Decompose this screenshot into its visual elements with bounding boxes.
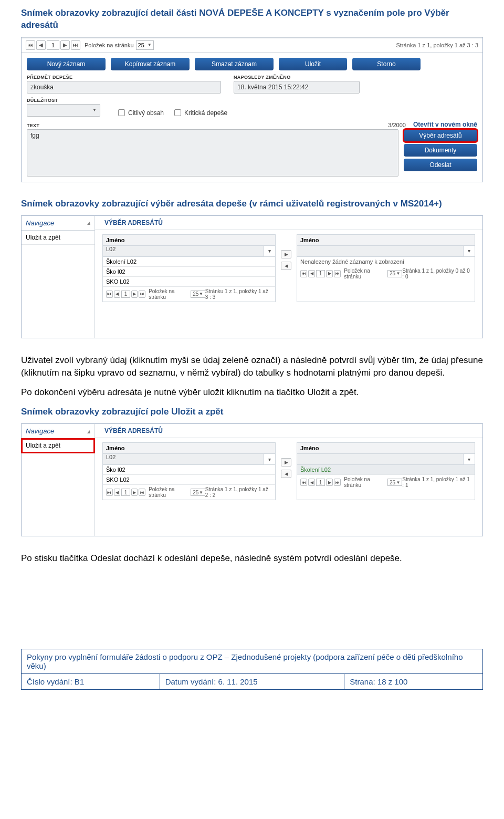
items-per-page-value: 25 [390,271,395,276]
items-per-page-select[interactable]: 25▼ [387,270,402,277]
text-textarea[interactable]: fgg [27,129,398,177]
chevron-up-icon: ▴ [87,428,90,435]
page-first-icon[interactable]: ⏮ [106,489,113,496]
caption-figure-2: Snímek obrazovky zobrazující výběr adres… [21,198,483,210]
list-item[interactable]: Ško l02 [103,267,275,277]
delete-record-button[interactable]: Smazat záznam [195,58,274,70]
column-header[interactable]: Jméno [103,235,275,246]
list-item[interactable]: Ško l02 [103,465,275,475]
section-title: VÝBĚR ADRESÁTŮ [95,216,482,230]
critical-checkbox[interactable]: Kritická depeše [174,109,227,117]
checkbox-icon [118,109,125,116]
importance-label: DŮLEŽITOST [27,98,100,103]
footer-title: Pokyny pro vyplnění formuláře žádosti o … [22,649,483,673]
move-left-icon[interactable]: ◀ [281,262,291,270]
page-next-icon[interactable]: ▶ [131,489,138,496]
body-text-1: Uživatel zvolí vybraný údaj (kliknutím m… [21,354,483,379]
page-first-icon[interactable]: ⏮ [106,291,113,298]
sensitive-checkbox[interactable]: Citlivý obsah [118,109,164,117]
chevron-down-icon: ▼ [199,490,203,495]
save-and-back-nav[interactable]: Uložit a zpět [22,439,94,453]
section-title: VÝBĚR ADRESÁTŮ [95,424,482,438]
items-per-page-select[interactable]: 25▼ [387,479,402,486]
page-last-icon[interactable]: ⏭ [334,479,341,486]
select-recipients-button[interactable]: Výběr adresátů [404,129,477,142]
list-pager: ⏮ ◀ 1 ▶ ⏭ Položek na stránku 25▼ Stránku… [103,287,275,302]
list-item[interactable]: SKO L02 [103,475,275,485]
items-per-page-select[interactable]: 25▼ [191,489,205,496]
filter-icon[interactable]: ▾ [463,454,475,464]
page-prev-icon[interactable]: ◀ [114,489,121,496]
documents-button[interactable]: Dokumenty [404,144,477,157]
column-header[interactable]: Jméno [297,235,475,246]
lastmod-value: 18. května 2015 15:22:42 [234,81,360,94]
page-first-icon[interactable]: ⏮ [300,270,307,277]
save-and-back-nav[interactable]: Uložit a zpět [22,231,94,245]
available-list: Jméno L02 ▾ Ško l02 SKO L02 ⏮ ◀ 1 ▶ ⏭ Po… [102,442,276,500]
column-header[interactable]: Jméno [103,443,275,454]
new-record-button[interactable]: Nový záznam [27,58,106,70]
page-last-icon[interactable]: ⏭ [139,291,145,298]
selected-list: Jméno ▾ Nenalezeny žádné záznamy k zobra… [297,234,475,302]
page-next-icon[interactable]: ▶ [326,270,333,277]
copy-record-button[interactable]: Kopírovat záznam [111,58,190,70]
filter-icon[interactable]: ▾ [264,454,275,464]
open-new-window-link[interactable]: Otevřít v novém okně [413,121,477,128]
items-per-page-label: Položek na stránku [149,486,188,498]
page-prev-icon[interactable]: ◀ [308,270,315,277]
page-prev-icon[interactable]: ◀ [36,40,46,50]
chevron-down-icon: ▼ [199,292,203,296]
filter-input[interactable]: L02 [103,246,264,256]
pager-status: Stránka 1 z 1, položky 1 až 3 : 3 [396,42,478,48]
chevron-up-icon: ▴ [87,219,90,226]
chevron-down-icon: ▼ [148,43,152,47]
page-number: 1 [316,270,325,277]
importance-select[interactable]: ▼ [27,104,100,117]
body-text-2: Po dokončení výběru adresáta je nutné vý… [21,386,483,399]
page-prev-icon[interactable]: ◀ [308,479,315,486]
page-next-icon[interactable]: ▶ [60,40,70,50]
page-last-icon[interactable]: ⏭ [139,489,145,496]
filter-input[interactable]: L02 [103,454,264,464]
filter-icon[interactable]: ▾ [463,246,475,256]
save-button[interactable]: Uložit [279,58,347,70]
move-left-icon[interactable]: ◀ [281,470,291,478]
items-per-page-select[interactable]: 25▼ [136,40,154,50]
items-per-page-label: Položek na stránku [149,288,188,300]
form-area: PŘEDMĚT DEPEŠE zkouška NAPOSLEDY ZMĚNĚNO… [22,74,482,182]
move-right-icon[interactable]: ▶ [281,250,291,258]
move-right-icon[interactable]: ▶ [281,458,291,466]
filter-input[interactable] [297,454,463,464]
column-header[interactable]: Jméno [297,443,475,454]
list-item[interactable]: Školení L02 [297,465,475,475]
page-footer-table: Pokyny pro vyplnění formuláře žádosti o … [21,649,483,690]
page-prev-icon[interactable]: ◀ [114,291,121,298]
filter-icon[interactable]: ▾ [264,246,275,256]
chevron-down-icon: ▼ [396,480,400,485]
chevron-down-icon: ▼ [396,271,400,276]
char-counter: 3/2000 [388,122,406,128]
pager-status: Stránka 1 z 1, položky 1 až 1 : 1 [402,476,471,488]
action-toolbar: Nový záznam Kopírovat záznam Smazat zázn… [22,53,482,74]
send-button[interactable]: Odeslat [404,159,477,171]
figure-2: Navigace▴ Uložit a zpět VÝBĚR ADRESÁTŮ J… [21,215,483,338]
checkbox-icon [174,109,181,116]
page-next-icon[interactable]: ▶ [326,479,333,486]
critical-checkbox-label: Kritická depeše [184,109,227,117]
available-list: Jméno L02 ▾ Školení L02 Ško l02 SKO L02 … [102,234,276,302]
page-next-icon[interactable]: ▶ [131,291,138,298]
page-first-icon[interactable]: ⏮ [300,479,307,486]
filter-input[interactable] [297,246,463,256]
page-last-icon[interactable]: ⏭ [334,270,341,277]
caption-figure-3: Snímek obrazovky zobrazující pole Uložit… [21,406,483,418]
page-last-icon[interactable]: ⏭ [71,40,80,50]
cancel-button[interactable]: Storno [352,58,421,70]
list-item[interactable]: Školení L02 [103,257,275,267]
pager-status: Stránka 1 z 1, položky 0 až 0 : 0 [402,268,471,279]
items-per-page-value: 25 [138,42,144,48]
subject-input[interactable]: zkouška [27,81,221,94]
items-per-page-select[interactable]: 25▼ [191,291,205,298]
items-per-page-value: 25 [193,291,198,297]
page-first-icon[interactable]: ⏮ [26,40,35,50]
list-item[interactable]: SKO L02 [103,277,275,287]
